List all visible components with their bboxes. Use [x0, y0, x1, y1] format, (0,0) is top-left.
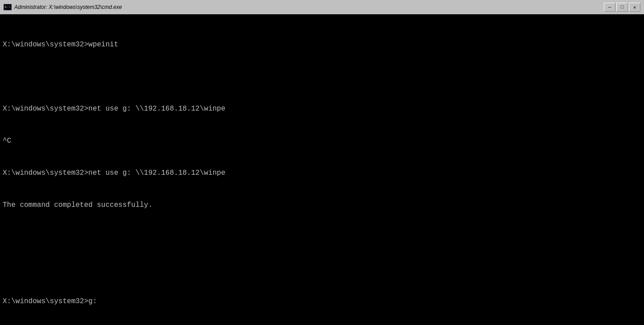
maximize-button[interactable]: □ [616, 3, 628, 12]
close-button[interactable]: ✕ [629, 3, 640, 12]
cmd-icon: C:\ [4, 4, 12, 10]
terminal-line-blank2 [3, 232, 641, 243]
terminal-line-ctrl-c: ^C [3, 136, 641, 146]
title-bar: C:\ Administrator: X:\windows\system32\c… [0, 0, 644, 14]
terminal-line: X:\windows\system32>net use g: \\192.168… [3, 103, 641, 114]
window-title: Administrator: X:\windows\system32\cmd.e… [14, 4, 601, 10]
terminal-line-blank [3, 71, 641, 82]
terminal-output-success: The command completed successfully. [3, 200, 641, 210]
minimize-button[interactable]: — [604, 3, 615, 12]
terminal-line: X:\windows\system32>net use g: \\192.168… [3, 168, 641, 178]
terminal-body[interactable]: X:\windows\system32>wpeinit X:\windows\s… [0, 14, 644, 325]
cmd-icon-text: C:\ [5, 6, 11, 9]
terminal-line: X:\windows\system32>wpeinit [3, 39, 641, 50]
terminal-line-g-drive: X:\windows\system32>g: [3, 296, 641, 307]
terminal-line-blank3 [3, 264, 641, 275]
window-controls: — □ ✕ [604, 3, 640, 12]
